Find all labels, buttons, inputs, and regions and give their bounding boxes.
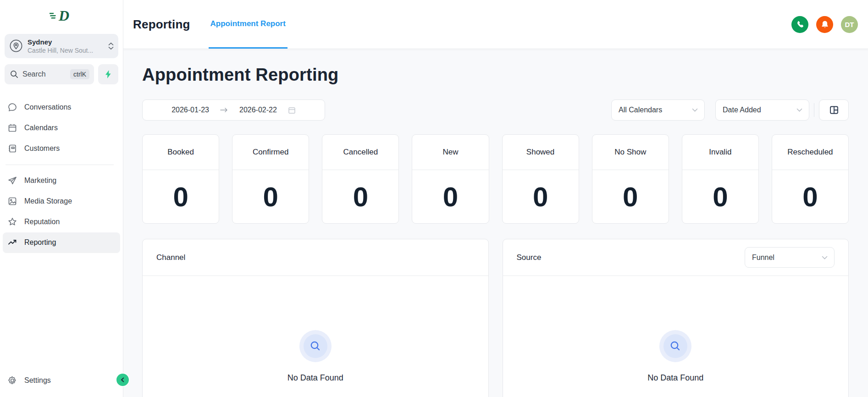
- user-avatar[interactable]: DT: [841, 16, 858, 33]
- search-input[interactable]: Search ctrlK: [5, 64, 94, 84]
- search-icon: [10, 70, 18, 78]
- stat-label: No Show: [592, 135, 669, 170]
- trend-up-icon: [7, 237, 17, 248]
- search-placeholder: Search: [22, 70, 66, 78]
- calendar-icon: [7, 123, 17, 133]
- stat-card-rescheduled: Rescheduled 0: [772, 134, 849, 224]
- chat-bubble-icon: [7, 102, 17, 112]
- sidebar-divider: [6, 165, 114, 165]
- stat-label: Showed: [503, 135, 579, 170]
- tab-appointment-report[interactable]: Appointment Report: [209, 0, 287, 49]
- stat-card-booked: Booked 0: [142, 134, 219, 224]
- phone-button[interactable]: [791, 16, 808, 33]
- empty-state-circle-inner: [663, 334, 687, 358]
- empty-state-circle: [659, 330, 691, 362]
- quick-actions-button[interactable]: [98, 64, 118, 84]
- stat-label: Invalid: [682, 135, 758, 170]
- stat-label: Rescheduled: [772, 135, 848, 170]
- sidebar-collapse-button[interactable]: [116, 374, 129, 386]
- stat-card-cancelled: Cancelled 0: [322, 134, 399, 224]
- svg-text:D: D: [58, 7, 69, 24]
- channel-empty-state: No Data Found: [143, 276, 488, 383]
- main-content: Appointment Reporting 2026-01-23 2026-02…: [123, 50, 868, 397]
- notifications-button[interactable]: [816, 16, 833, 33]
- panel-title: Channel: [156, 253, 185, 262]
- sidebar-item-label: Customers: [24, 144, 60, 153]
- search-row: Search ctrlK: [5, 64, 118, 84]
- contacts-icon: [7, 143, 17, 154]
- location-text: Sydney Castle Hill, New Sout...: [28, 38, 104, 54]
- sidebar-item-reporting[interactable]: Reporting: [3, 232, 120, 253]
- sort-filter-value: Date Added: [723, 106, 761, 114]
- stats-row: Booked 0 Confirmed 0 Cancelled 0 New 0 S…: [142, 134, 849, 224]
- date-range-picker[interactable]: 2026-01-23 2026-02-22: [142, 99, 325, 121]
- stat-card-new: New 0: [412, 134, 489, 224]
- sidebar-item-marketing[interactable]: Marketing: [3, 171, 120, 191]
- sidebar: D Sydney Castle Hill, New Sout... Search…: [0, 0, 123, 397]
- paper-plane-icon: [7, 176, 17, 186]
- brand-logo-icon: D: [50, 6, 73, 25]
- calendar-filter-value: All Calendars: [619, 106, 662, 114]
- date-start[interactable]: 2026-01-23: [171, 106, 209, 114]
- sort-filter-select[interactable]: Date Added: [715, 99, 809, 121]
- sidebar-item-label: Reporting: [24, 238, 56, 247]
- sidebar-item-reputation[interactable]: Reputation: [3, 212, 120, 232]
- panel-title: Source: [517, 253, 542, 262]
- stat-value: 0: [412, 170, 488, 223]
- brand-logo[interactable]: D: [0, 0, 123, 31]
- filter-controls: All Calendars Date Added: [611, 99, 849, 121]
- magnifier-icon: [310, 340, 321, 352]
- sidebar-item-label: Reputation: [24, 218, 60, 226]
- date-end[interactable]: 2026-02-22: [239, 106, 277, 114]
- chevron-up-icon: [108, 42, 114, 46]
- sidebar-item-label: Settings: [24, 376, 51, 385]
- stat-value: 0: [503, 170, 579, 223]
- bell-icon: [821, 20, 829, 29]
- chevron-left-icon: [120, 377, 125, 382]
- sidebar-item-label: Conversations: [24, 103, 71, 111]
- stat-value: 0: [143, 170, 219, 223]
- chevron-down-icon: [796, 108, 802, 112]
- magnifier-icon: [669, 340, 681, 352]
- phone-icon: [796, 20, 804, 28]
- stat-card-invalid: Invalid 0: [682, 134, 759, 224]
- stat-card-confirmed: Confirmed 0: [232, 134, 309, 224]
- image-icon: [7, 196, 17, 206]
- star-icon: [7, 217, 17, 227]
- calendar-filter-select[interactable]: All Calendars: [611, 99, 705, 121]
- stat-label: Booked: [143, 135, 219, 170]
- sidebar-item-label: Calendars: [24, 124, 58, 132]
- empty-state-circle: [299, 330, 332, 362]
- stat-label: New: [412, 135, 488, 170]
- sidebar-item-label: Marketing: [24, 176, 56, 185]
- layout-columns-button[interactable]: [819, 99, 849, 121]
- sidebar-nav: Conversations Calendars Customers Market…: [0, 97, 123, 253]
- sidebar-item-conversations[interactable]: Conversations: [3, 97, 120, 118]
- page-title: Reporting: [133, 17, 190, 32]
- sidebar-item-calendars[interactable]: Calendars: [3, 118, 120, 138]
- stat-card-no-show: No Show 0: [592, 134, 669, 224]
- sidebar-item-media-storage[interactable]: Media Storage: [3, 191, 120, 212]
- channel-panel: Channel No Data Found: [142, 239, 489, 397]
- stat-value: 0: [592, 170, 669, 223]
- report-controls: 2026-01-23 2026-02-22 All Calendars Date…: [142, 99, 849, 121]
- location-name: Sydney: [28, 38, 104, 47]
- top-bar: Reporting Appointment Report DT: [123, 0, 868, 49]
- columns-layout-icon: [829, 105, 839, 115]
- source-type-select[interactable]: Funnel: [745, 247, 835, 268]
- stat-value: 0: [232, 170, 309, 223]
- controls-divider: [814, 103, 814, 117]
- empty-state-text: No Data Found: [647, 373, 703, 383]
- source-panel-header: Source Funnel: [503, 239, 849, 276]
- gear-icon: [7, 375, 17, 386]
- channel-panel-header: Channel: [143, 239, 488, 276]
- sidebar-item-customers[interactable]: Customers: [3, 138, 120, 159]
- source-panel: Source Funnel No Data Found: [503, 239, 849, 397]
- source-empty-state: No Data Found: [503, 276, 849, 383]
- sidebar-item-settings[interactable]: Settings: [3, 370, 120, 391]
- location-switcher-chevrons[interactable]: [108, 42, 114, 50]
- chevron-down-icon: [108, 46, 114, 50]
- stat-value: 0: [322, 170, 398, 223]
- location-selector[interactable]: Sydney Castle Hill, New Sout...: [5, 34, 118, 58]
- lightning-icon: [104, 70, 112, 79]
